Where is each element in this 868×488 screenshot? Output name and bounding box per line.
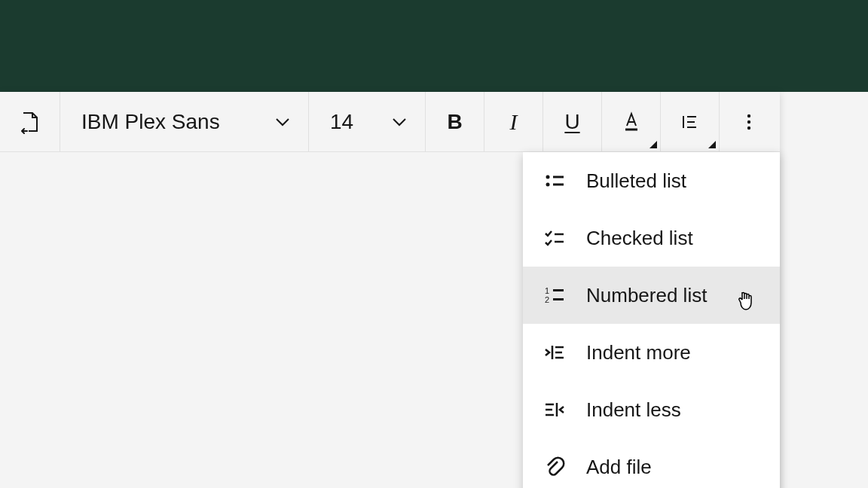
attachment-icon (542, 455, 567, 479)
bold-button[interactable]: B (426, 92, 484, 151)
svg-point-7 (747, 126, 750, 129)
menu-item-checked-list[interactable]: Checked list (523, 209, 780, 267)
svg-point-5 (747, 114, 750, 117)
dropdown-caret-icon (708, 141, 716, 148)
list-icon (678, 110, 702, 134)
top-band (0, 0, 868, 92)
chevron-down-icon (275, 117, 290, 127)
italic-button[interactable]: I (484, 92, 543, 151)
document-undo-icon (18, 110, 42, 134)
list-style-button[interactable] (661, 92, 720, 151)
overflow-menu: Bulleted list Checked list 1 2 Numbered … (523, 152, 780, 488)
menu-item-label: Indent less (586, 398, 681, 422)
svg-text:2: 2 (545, 295, 549, 304)
toolbar: IBM Plex Sans 14 B I U (0, 92, 780, 152)
menu-item-indent-more[interactable]: Indent more (523, 324, 780, 381)
text-color-icon (619, 110, 643, 134)
indent-more-icon (542, 340, 567, 364)
italic-label: I (510, 109, 518, 135)
overflow-menu-button[interactable] (720, 92, 778, 151)
svg-point-8 (546, 175, 550, 179)
indent-less-icon (542, 398, 567, 422)
menu-item-add-file[interactable]: Add file (523, 438, 780, 488)
font-family-value: IBM Plex Sans (81, 110, 220, 134)
svg-text:1: 1 (545, 286, 549, 295)
menu-item-indent-less[interactable]: Indent less (523, 381, 780, 438)
chevron-down-icon (392, 117, 407, 127)
font-family-select[interactable]: IBM Plex Sans (60, 92, 309, 151)
svg-rect-11 (553, 184, 564, 186)
menu-item-numbered-list[interactable]: 1 2 Numbered list (523, 267, 780, 324)
insert-button[interactable] (0, 92, 60, 151)
svg-point-6 (747, 120, 750, 123)
checked-list-icon (542, 226, 567, 250)
menu-item-label: Bulleted list (586, 169, 686, 193)
svg-rect-10 (553, 176, 564, 178)
menu-item-label: Add file (586, 456, 652, 479)
overflow-vertical-icon (737, 110, 761, 134)
dropdown-caret-icon (649, 141, 657, 148)
menu-item-label: Checked list (586, 227, 693, 250)
numbered-list-icon: 1 2 (542, 283, 567, 307)
svg-rect-16 (553, 289, 564, 291)
bulleted-list-icon (542, 169, 567, 193)
underline-label: U (564, 110, 579, 134)
svg-point-9 (546, 183, 550, 187)
menu-item-label: Numbered list (586, 284, 707, 307)
font-size-select[interactable]: 14 (309, 92, 426, 151)
font-size-value: 14 (330, 110, 353, 134)
menu-item-bulleted-list[interactable]: Bulleted list (523, 152, 780, 209)
svg-rect-17 (553, 298, 564, 300)
menu-item-label: Indent more (586, 341, 691, 364)
underline-button[interactable]: U (543, 92, 602, 151)
bold-label: B (447, 110, 462, 134)
text-color-button[interactable] (602, 92, 661, 151)
